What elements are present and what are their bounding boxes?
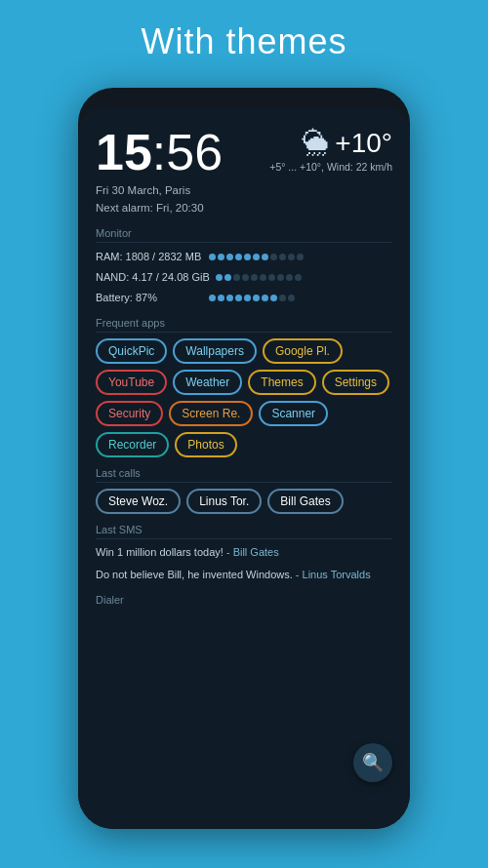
app-chip[interactable]: QuickPic — [96, 338, 167, 364]
top-row: 15:56 Fri 30 March, Paris Next alarm: Fr… — [96, 127, 392, 217]
sms-item: Win 1 million dollars today! - Bill Gate… — [96, 544, 392, 562]
app-chip[interactable]: Screen Re. — [169, 401, 253, 426]
dot-filled — [235, 295, 242, 301]
monitor-dots — [216, 274, 302, 281]
app-chip[interactable]: Photos — [175, 432, 236, 457]
time-block: 15:56 Fri 30 March, Paris Next alarm: Fr… — [96, 127, 223, 217]
dot-filled — [224, 274, 231, 281]
last-calls-label: Last calls — [96, 467, 392, 483]
sms-item: Do not believe Bill, he invented Windows… — [96, 567, 392, 584]
date-info: Fri 30 March, Paris Next alarm: Fri, 20:… — [96, 181, 223, 217]
monitor-rows: RAM: 1808 / 2832 MBNAND: 4.17 / 24.08 Gi… — [96, 247, 392, 308]
monitor-dots — [209, 295, 295, 301]
dot-filled — [216, 274, 223, 281]
dot-filled — [253, 254, 260, 260]
calls-row: Steve Woz.Linus Tor.Bill Gates — [96, 489, 392, 514]
dot-empty — [297, 254, 304, 260]
phone-screen: 15:56 Fri 30 March, Paris Next alarm: Fr… — [78, 107, 410, 829]
monitor-section-label: Monitor — [96, 227, 392, 243]
sms-sender: - Bill Gates — [226, 546, 279, 558]
dot-filled — [209, 295, 216, 301]
time-hours: 15 — [96, 124, 152, 180]
dot-filled — [226, 254, 233, 260]
dot-empty — [286, 274, 293, 281]
weather-block: 🌦 +10° +5° ... +10°, Wind: 22 km/h — [269, 127, 392, 173]
alarm-text: Next alarm: Fri, 20:30 — [96, 202, 204, 214]
dot-empty — [270, 254, 277, 260]
sms-text: Do not believe Bill, he invented Windows… — [96, 569, 293, 580]
dot-filled — [253, 295, 260, 301]
time-minutes: 56 — [166, 124, 223, 180]
dot-empty — [277, 274, 284, 281]
dot-filled — [226, 295, 233, 301]
page-title: With themes — [0, 0, 488, 62]
dot-filled — [244, 254, 251, 260]
time-separator: : — [152, 124, 166, 180]
date-text: Fri 30 March, Paris — [96, 184, 190, 196]
last-sms-label: Last SMS — [96, 524, 392, 539]
dot-filled — [262, 295, 268, 301]
app-chip[interactable]: Wallpapers — [173, 338, 257, 364]
monitor-label: NAND: 4.17 / 24.08 GiB — [96, 267, 210, 288]
call-chip[interactable]: Linus Tor. — [186, 489, 262, 514]
call-chip[interactable]: Bill Gates — [267, 489, 343, 514]
sms-list: Win 1 million dollars today! - Bill Gate… — [96, 544, 392, 583]
weather-main: 🌦 +10° — [269, 127, 392, 159]
monitor-row: NAND: 4.17 / 24.08 GiB — [96, 267, 392, 288]
dot-empty — [288, 254, 295, 260]
app-chip[interactable]: Themes — [248, 370, 315, 395]
dot-empty — [288, 295, 295, 301]
monitor-label: Battery: 87% — [96, 288, 203, 308]
search-fab[interactable]: 🔍 — [353, 743, 392, 782]
app-chip[interactable]: YouTube — [96, 370, 167, 395]
dot-filled — [244, 295, 251, 301]
app-chip[interactable]: Google Pl. — [263, 338, 343, 364]
dot-filled — [218, 254, 224, 260]
monitor-row: RAM: 1808 / 2832 MB — [96, 247, 392, 267]
monitor-dots — [209, 254, 304, 260]
phone-frame: 15:56 Fri 30 March, Paris Next alarm: Fr… — [78, 88, 410, 829]
apps-grid: QuickPicWallpapersGoogle Pl.YouTubeWeath… — [96, 338, 392, 457]
app-chip[interactable]: Scanner — [259, 401, 328, 426]
dot-empty — [251, 274, 258, 281]
dot-filled — [235, 254, 242, 260]
dot-empty — [242, 274, 249, 281]
dialer-label: Dialer — [96, 594, 392, 606]
weather-icon: 🌦 — [302, 127, 329, 159]
dot-filled — [262, 254, 268, 260]
weather-detail: +5° ... +10°, Wind: 22 km/h — [269, 161, 392, 173]
dot-empty — [279, 254, 286, 260]
app-chip[interactable]: Weather — [173, 370, 242, 395]
monitor-label: RAM: 1808 / 2832 MB — [96, 247, 203, 267]
sms-sender: - Linus Torvalds — [296, 569, 371, 580]
call-chip[interactable]: Steve Woz. — [96, 489, 181, 514]
dot-empty — [233, 274, 240, 281]
app-chip[interactable]: Security — [96, 401, 163, 426]
page-background: With themes 15:56 Fri 30 March, Paris Ne… — [0, 0, 488, 62]
sms-text: Win 1 million dollars today! — [96, 546, 224, 558]
dot-filled — [218, 295, 224, 301]
dot-empty — [279, 295, 286, 301]
dot-empty — [295, 274, 302, 281]
dot-filled — [209, 254, 216, 260]
dot-filled — [270, 295, 277, 301]
search-icon: 🔍 — [362, 752, 384, 773]
frequent-apps-label: Frequent apps — [96, 317, 392, 333]
dot-empty — [260, 274, 266, 281]
weather-temp: +10° — [335, 128, 392, 159]
app-chip[interactable]: Settings — [322, 370, 389, 395]
app-chip[interactable]: Recorder — [96, 432, 169, 457]
dot-empty — [268, 274, 275, 281]
monitor-row: Battery: 87% — [96, 288, 392, 308]
time-display: 15:56 — [96, 127, 223, 178]
